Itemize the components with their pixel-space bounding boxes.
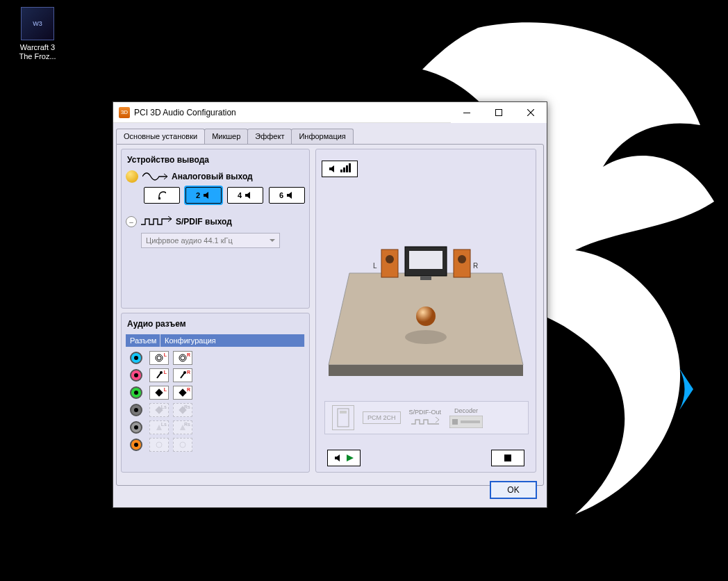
speaker-small-icon [245,191,253,199]
digital-wave-icon [411,417,439,427]
spdif-rate-value: Цифрвое аудио 44.1 кГц [146,236,233,245]
tab-info[interactable]: Информация [291,129,353,144]
svg-rect-1 [496,109,502,115]
game-icon: W3 [21,7,54,40]
jack-blue-cfg-linein-l[interactable]: L [149,351,169,365]
maximize-button[interactable] [483,102,515,123]
jack-pink-cfg-mic-r[interactable]: R [173,368,192,382]
svg-point-20 [386,255,394,263]
stop-test-button[interactable] [491,450,524,466]
minimize-icon [463,109,470,116]
jack-green-cfg-front-l[interactable]: L [149,386,169,400]
tab-main[interactable]: Основные установки [116,129,205,144]
tab-effect[interactable]: Эффект [247,129,292,144]
jack-row-grey: Ls Rs [126,420,305,434]
speaker-mode-2ch-label: 2 [196,191,200,199]
svg-rect-32 [504,455,511,461]
jack-orange-cfg-sub[interactable] [173,438,192,452]
jack-black-icon [130,404,142,416]
svg-rect-24 [409,251,442,269]
tab-panel-main: Устройство вывода Аналоговый выход 2 [116,144,544,486]
svg-rect-31 [461,420,480,423]
ok-button[interactable]: OK [490,481,537,499]
audio-config-window: 3D PCI 3D Audio Configuration Основные у… [113,101,547,508]
svg-point-18 [405,330,447,344]
svg-rect-28 [340,411,347,414]
spdif-toggle-icon[interactable]: – [126,216,137,227]
analog-output-label: Аналоговый выход [172,172,253,181]
analog-wave-icon [142,171,167,182]
spdif-rate-combo[interactable]: Цифрвое аудио 44.1 кГц [141,233,280,248]
speaker-mode-4ch[interactable]: 4 [227,187,263,204]
jack-orange-cfg-center[interactable] [149,438,169,452]
spdif-pcm-label: PCM 2CH [363,411,401,424]
volume-level-button[interactable] [322,161,358,177]
group-preview: L R PCM 2CH S/PDIF-Out Decoder [315,149,536,473]
jack-pink-cfg-mic-l[interactable]: L [149,368,169,382]
jack-green-cfg-front-r[interactable]: R [173,386,192,400]
speaker-r-label: R [473,262,478,270]
svg-rect-30 [452,419,458,425]
jack-grey-icon [130,421,142,434]
speaker-icon [334,454,344,462]
app-icon: 3D [119,107,130,118]
digital-wave-icon [141,216,172,227]
window-title: PCI 3D Audio Configuration [134,108,236,117]
speaker-mode-6ch-label: 6 [279,191,283,199]
jack-blue-icon [130,352,142,364]
jacks-col-config: Конфигурация [160,334,305,347]
jack-row-pink: L R [126,368,305,382]
headphones-icon [158,191,166,199]
play-test-button[interactable] [327,450,361,466]
spdif-pc-icon [332,405,354,430]
speaker-icon [329,165,338,173]
speaker-small-icon [286,191,295,199]
svg-rect-10 [155,388,163,396]
level-bars-icon [340,163,351,174]
speaker-small-icon [203,191,211,199]
svg-point-14 [156,442,162,448]
titlebar[interactable]: 3D PCI 3D Audio Configuration [113,102,547,123]
svg-rect-25 [420,276,431,280]
spdif-diagram: PCM 2CH S/PDIF-Out Decoder [324,401,529,434]
maximize-icon [495,109,502,116]
speaker-l-label: L [373,262,377,270]
group-audio-jacks: Аудио разъем Разъем Конфигурация L R [121,313,310,473]
desktop-icon-warcraft3[interactable]: W3 Warcraft 3 The Froz... [10,7,65,61]
svg-point-22 [458,255,466,263]
speaker-mode-4ch-label: 4 [238,191,242,199]
minimize-button[interactable] [451,102,483,123]
jack-black-cfg-rear-rs[interactable]: Rs [173,403,192,417]
play-icon [347,455,354,461]
group-output-device: Устройство вывода Аналоговый выход 2 [121,149,310,309]
tab-mixer[interactable]: Микшер [204,129,248,144]
group-output-title: Устройство вывода [127,155,305,165]
jacks-col-jack: Разъем [126,334,160,347]
svg-point-15 [180,442,185,448]
jack-row-orange [126,438,305,452]
svg-rect-2 [158,197,160,199]
decoder-icon [449,416,483,428]
jack-pink-icon [130,369,142,382]
jack-grey-cfg-side-ls[interactable]: Ls [149,420,169,434]
group-jacks-title: Аудио разъем [127,319,305,329]
jack-blue-cfg-linein-r[interactable]: R [173,351,192,365]
jacks-table-header: Разъем Конфигурация [126,334,305,347]
svg-rect-0 [463,113,470,113]
jack-grey-cfg-side-rs[interactable]: Rs [173,420,192,434]
svg-point-26 [416,306,436,326]
desktop-icon-label: Warcraft 3 The Froz... [10,43,65,61]
speaker-icon [126,170,138,183]
speaker-mode-2ch[interactable]: 2 [185,187,222,204]
speaker-mode-headphones[interactable] [144,187,180,204]
svg-point-6 [181,356,185,360]
speaker-mode-6ch[interactable]: 6 [269,187,305,204]
room-3d-preview[interactable]: L R [323,233,529,386]
jack-black-cfg-rear-ls[interactable]: Ls [149,403,169,417]
stop-icon [504,455,511,461]
jack-row-blue: L R [126,351,305,365]
jack-row-black: Ls Rs [126,403,305,417]
jack-orange-icon [130,439,142,451]
spdif-output-label: S/PDIF выход [176,217,232,227]
close-button[interactable] [515,102,547,123]
